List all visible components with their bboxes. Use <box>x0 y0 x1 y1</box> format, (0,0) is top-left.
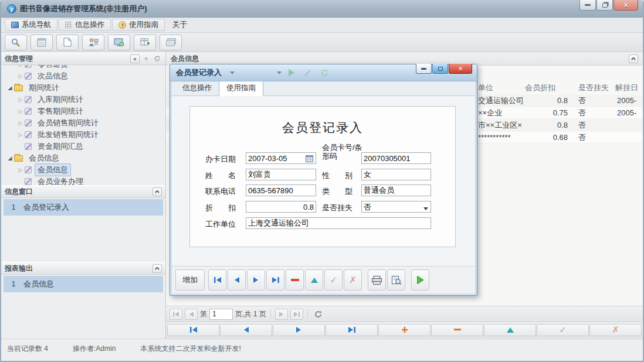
dropdown-caret-icon[interactable] <box>277 71 282 77</box>
cell-lost[interactable]: 否 <box>578 107 614 119</box>
dialog-minimize-button[interactable] <box>416 64 432 74</box>
column-header-unlock-date[interactable]: 解挂日期 <box>615 82 644 94</box>
page-prev-button[interactable] <box>185 309 198 320</box>
cell-unlock[interactable]: 2005- <box>617 107 644 119</box>
page-first-button[interactable] <box>170 309 182 320</box>
collapse-arrow-icon[interactable]: ◢ <box>6 85 14 91</box>
menu-item-about[interactable]: 关于 <box>166 19 194 31</box>
record-next-button[interactable] <box>273 324 325 336</box>
expand-arrow-icon[interactable]: ▷ <box>16 65 25 67</box>
cell-lost[interactable]: 否 <box>578 95 614 107</box>
gender-input[interactable] <box>361 169 431 180</box>
record-edit-button[interactable] <box>484 324 536 336</box>
expand-arrow-icon[interactable]: ▷ <box>16 167 25 173</box>
expand-arrow-icon[interactable]: ▷ <box>16 97 25 103</box>
design-button[interactable] <box>301 67 314 78</box>
form-view-button[interactable] <box>30 35 53 50</box>
menu-item-guide[interactable]: ? 使用指南 <box>112 19 165 31</box>
page-refresh-button[interactable] <box>312 309 325 320</box>
tree-item-member-info[interactable]: ▷会员信息 <box>1 164 165 176</box>
page-number-input[interactable] <box>209 309 233 320</box>
record-confirm-button[interactable]: ✓ <box>537 324 589 336</box>
record-delete-button[interactable] <box>431 324 483 336</box>
record-last-button[interactable] <box>326 324 378 336</box>
cell-unlock[interactable]: 2005- <box>617 95 644 107</box>
window-view-button[interactable] <box>108 35 130 50</box>
minimize-button[interactable] <box>579 0 596 11</box>
record-prev-button[interactable] <box>220 324 272 336</box>
edit-record-button[interactable] <box>305 269 323 291</box>
phone-input[interactable] <box>246 185 316 196</box>
tree-item-member-business[interactable]: ▷会员业务办理 <box>1 176 165 185</box>
column-header-discount[interactable]: 会员折扣 <box>525 82 572 94</box>
discount-input[interactable] <box>246 201 316 213</box>
tree-item-retail-period[interactable]: ▷零售期间统计 <box>1 105 165 117</box>
run-button[interactable] <box>285 67 298 78</box>
name-input[interactable] <box>246 169 316 180</box>
menu-item-info-ops[interactable]: 信息操作 <box>59 19 111 31</box>
expand-arrow-icon[interactable]: ▷ <box>16 73 25 79</box>
tree-item-inbound-period[interactable]: ▷入库期间统计 <box>1 94 165 105</box>
collapse-arrow-icon[interactable]: ◢ <box>6 155 14 161</box>
record-add-button[interactable] <box>378 324 431 336</box>
list-item-member-report[interactable]: 1 会员信息 <box>4 276 163 292</box>
restore-button[interactable] <box>596 0 613 11</box>
prev-record-button[interactable] <box>228 269 246 291</box>
card-list-button[interactable] <box>160 35 182 50</box>
record-cancel-button[interactable]: ✗ <box>589 324 642 336</box>
delete-record-button[interactable] <box>286 269 304 291</box>
page-last-button[interactable] <box>290 309 303 320</box>
tab-guide[interactable]: 使用指南 <box>219 81 263 96</box>
company-input[interactable] <box>246 217 431 229</box>
member-manage-button[interactable] <box>82 35 104 50</box>
run-report-button[interactable] <box>411 269 429 291</box>
menu-item-system-nav[interactable]: 系统导航 <box>5 19 57 31</box>
refresh-button[interactable] <box>152 54 162 63</box>
card-number-input[interactable] <box>361 152 431 164</box>
dialog-maximize-button[interactable] <box>432 64 448 74</box>
page-next-button[interactable] <box>275 309 288 320</box>
list-item-member-entry[interactable]: 1 会员登记录入 <box>4 199 163 216</box>
expand-arrow-icon[interactable]: ▷ <box>16 108 25 114</box>
record-first-button[interactable] <box>167 324 219 336</box>
tree-folder-period-stats[interactable]: ◢期间统计 <box>1 82 165 94</box>
dialog-close-button[interactable]: ✕ <box>449 64 472 74</box>
add-member-button[interactable]: 增加 <box>175 269 205 291</box>
tree-item-defective-info[interactable]: ▷次品信息 <box>1 70 165 82</box>
cell-discount[interactable]: 0.75 <box>525 107 568 119</box>
dialog-refresh-button[interactable] <box>318 67 331 78</box>
cell-discount[interactable]: 0.68 <box>525 132 568 144</box>
tree-item-retail-returns[interactable]: ▷零售退货 <box>1 65 165 70</box>
last-record-button[interactable] <box>266 269 284 291</box>
first-record-button[interactable] <box>208 269 226 291</box>
expand-arrow-icon[interactable]: ▷ <box>16 132 25 138</box>
column-header-lost[interactable]: 是否挂失 <box>578 82 619 94</box>
tab-info-ops[interactable]: 信息操作 <box>175 81 219 95</box>
expand-arrow-icon[interactable]: ▷ <box>16 120 25 126</box>
calendar-icon[interactable] <box>306 154 313 165</box>
dropdown-caret-icon[interactable] <box>230 71 235 77</box>
tree-item-wholesale-period[interactable]: ▷批发销售期间统计 <box>1 129 165 141</box>
cell-lost[interactable]: 否 <box>578 132 614 144</box>
new-document-button[interactable] <box>56 35 79 50</box>
cell-discount[interactable]: 0.8 <box>525 119 568 131</box>
search-button[interactable] <box>5 35 27 50</box>
close-button[interactable]: ✕ <box>614 0 638 11</box>
collapse-up-button[interactable] <box>629 54 638 63</box>
collapse-up-button[interactable] <box>152 187 162 196</box>
cancel-button[interactable]: ✗ <box>344 269 362 291</box>
tree-folder-member-info[interactable]: ◢会员信息 <box>1 152 165 164</box>
collapse-left-button[interactable]: « <box>130 54 140 63</box>
add-button[interactable]: ＋ <box>141 54 151 63</box>
collapse-up-button[interactable] <box>152 264 162 273</box>
tree-item-funds-summary[interactable]: ▷资金期间汇总 <box>1 141 165 152</box>
tree-item-member-sales-period[interactable]: ▷会员销售期间统计 <box>1 117 165 129</box>
cell-lost[interactable]: 否 <box>578 119 614 131</box>
next-record-button[interactable] <box>247 269 265 291</box>
confirm-button[interactable]: ✓ <box>324 269 343 291</box>
preview-button[interactable] <box>387 269 405 291</box>
print-button[interactable] <box>368 269 386 291</box>
cell-discount[interactable]: 0.8 <box>525 95 568 107</box>
table-add-button[interactable] <box>134 35 156 50</box>
lost-select[interactable]: 否 <box>361 201 431 213</box>
